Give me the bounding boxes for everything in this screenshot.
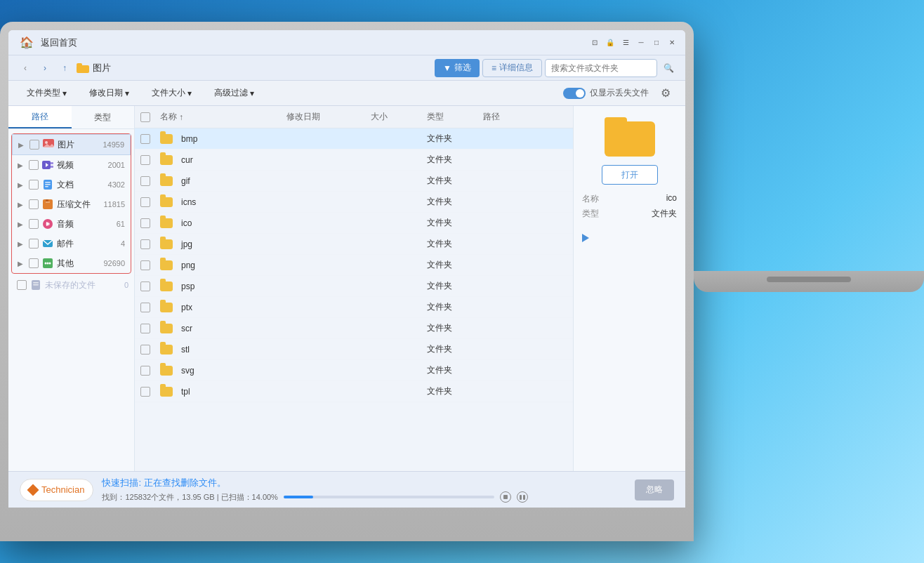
file-type: 文件夹 (427, 259, 483, 271)
col-date-header[interactable]: 修改日期 (286, 111, 371, 123)
forward-button[interactable]: › (37, 60, 53, 77)
video-icon (41, 159, 54, 171)
file-row-ico[interactable]: ico 文件夹 (135, 213, 573, 234)
col-name-header[interactable]: 名称 ↑ (160, 111, 286, 123)
item-count: 4302 (108, 180, 125, 189)
settings-icon[interactable]: ⚙ (657, 85, 674, 102)
home-icon[interactable]: 🏠 (17, 33, 37, 53)
open-button[interactable]: 打开 (602, 165, 658, 185)
row-checkbox[interactable] (140, 239, 150, 249)
folder-icon (160, 303, 173, 312)
docs-icon (41, 178, 54, 191)
expand-icon: ▶ (18, 220, 26, 228)
lock-icon[interactable]: 🔒 (605, 38, 615, 48)
row-checkbox[interactable] (140, 282, 150, 291)
file-name: stl (181, 345, 190, 355)
file-row-stl[interactable]: stl 文件夹 (135, 339, 573, 360)
svg-rect-14 (46, 199, 48, 201)
tab-type[interactable]: 类型 (72, 106, 135, 128)
file-row-png[interactable]: png 文件夹 (135, 255, 573, 276)
file-row-icns[interactable]: icns 文件夹 (135, 192, 573, 213)
folder-icon (160, 366, 173, 376)
up-button[interactable]: ↑ (56, 60, 73, 77)
back-button[interactable]: ‹ (17, 60, 34, 77)
modified-date-filter[interactable]: 修改日期 ▾ (82, 85, 136, 102)
folder-icon (160, 239, 173, 249)
row-checkbox[interactable] (140, 387, 150, 397)
detail-button[interactable]: ≡ 详细信息 (482, 59, 542, 77)
file-row-cur[interactable]: cur 文件夹 (135, 150, 573, 171)
item-checkbox[interactable] (29, 258, 39, 268)
close-button[interactable]: ✕ (667, 38, 677, 48)
row-checkbox[interactable] (140, 324, 150, 333)
show-missing-toggle[interactable] (563, 88, 586, 99)
header-check[interactable] (140, 112, 160, 122)
unsaved-icon (29, 279, 42, 291)
file-row-ptx[interactable]: ptx 文件夹 (135, 297, 573, 318)
sidebar-item-email[interactable]: ▶ 邮件 4 (12, 234, 131, 253)
item-checkbox[interactable] (29, 239, 39, 249)
sidebar-item-audio[interactable]: ▶ 音频 61 (12, 214, 131, 234)
stop-icon (503, 495, 508, 499)
row-checkbox[interactable] (140, 366, 150, 376)
file-size-filter[interactable]: 文件大小 ▾ (145, 85, 199, 102)
scan-stop-button[interactable] (500, 491, 511, 503)
item-checkbox[interactable] (29, 199, 39, 209)
maximize-button[interactable]: □ (652, 38, 661, 48)
item-checkbox[interactable] (29, 160, 39, 170)
advanced-filter[interactable]: 高级过滤 ▾ (207, 85, 261, 102)
row-checkbox[interactable] (140, 176, 150, 186)
sidebar-item-images[interactable]: ▶ 图片 14959 (12, 134, 131, 155)
file-row-psp[interactable]: psp 文件夹 (135, 276, 573, 297)
item-checkbox[interactable] (29, 180, 39, 190)
menu-icon[interactable]: ☰ (621, 38, 631, 48)
action-button[interactable]: 忽略 (635, 479, 674, 501)
sidebar-item-docs[interactable]: ▶ 文档 4302 (12, 175, 131, 194)
file-type-filter[interactable]: 文件类型 ▾ (20, 85, 74, 102)
file-row-gif[interactable]: gif 文件夹 (135, 171, 573, 192)
file-type: 文件夹 (427, 343, 483, 355)
file-type: 文件夹 (427, 385, 483, 397)
item-checkbox[interactable] (29, 219, 39, 229)
row-checkbox[interactable] (140, 345, 150, 355)
file-row-bmp[interactable]: bmp 文件夹 (135, 128, 573, 150)
folder-icon (160, 260, 173, 270)
item-checkbox[interactable] (29, 140, 39, 150)
row-checkbox[interactable] (140, 260, 150, 270)
row-checkbox[interactable] (140, 155, 150, 165)
scan-progress-row: 找到：125832个文件，13.95 GB | 已扫描：14.00% (102, 491, 626, 503)
search-icon[interactable]: 🔍 (660, 60, 677, 77)
row-checkbox[interactable] (140, 218, 150, 228)
row-checkbox[interactable] (140, 197, 150, 207)
search-input[interactable] (545, 59, 657, 77)
file-list-scroll[interactable]: bmp 文件夹 cur (135, 128, 573, 471)
item-checkbox[interactable] (17, 280, 27, 290)
file-row-tpl[interactable]: tpl 文件夹 (135, 381, 573, 402)
sidebar-item-other[interactable]: ▶ 其他 92690 (12, 253, 131, 273)
sidebar-item-archives[interactable]: ▶ 压缩文件 11815 (12, 194, 131, 214)
type-value: 文件夹 (652, 208, 677, 220)
pause-icon-bar2 (523, 495, 525, 500)
file-type: 文件夹 (427, 196, 483, 208)
row-checkbox[interactable] (140, 134, 150, 144)
sidebar-item-video[interactable]: ▶ 视频 2001 (12, 155, 131, 175)
file-name: bmp (181, 134, 197, 144)
monitor-icon[interactable]: ⊡ (590, 38, 600, 48)
scan-pause-button[interactable] (517, 491, 528, 503)
file-name: gif (181, 176, 190, 186)
technician-button[interactable]: Technician (20, 479, 93, 501)
tab-path[interactable]: 路径 (8, 106, 72, 128)
col-type-header[interactable]: 类型 (427, 111, 483, 123)
file-type: 文件夹 (427, 175, 483, 187)
col-size-header[interactable]: 大小 (371, 111, 427, 123)
svg-rect-25 (33, 284, 39, 286)
file-row-svg[interactable]: svg 文件夹 (135, 360, 573, 381)
row-checkbox[interactable] (140, 303, 150, 312)
file-row-scr[interactable]: scr 文件夹 (135, 318, 573, 339)
file-row-jpg[interactable]: jpg 文件夹 (135, 234, 573, 255)
sidebar-item-unsaved[interactable]: 未保存的文件 0 (8, 275, 134, 295)
col-path-header[interactable]: 路径 (483, 111, 567, 123)
filter-button[interactable]: ▼ 筛选 (435, 59, 480, 77)
file-type: 文件夹 (427, 133, 483, 145)
minimize-button[interactable]: ─ (636, 38, 646, 48)
